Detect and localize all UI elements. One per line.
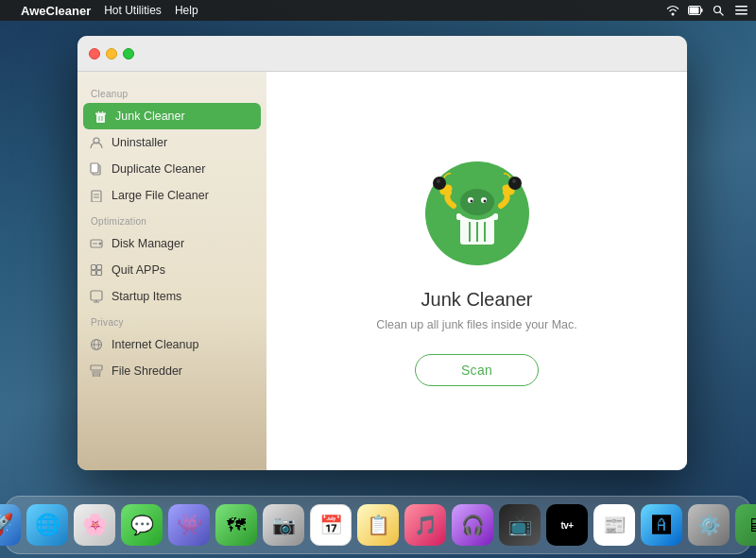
internet-cleanup-label: Internet Cleanup bbox=[112, 338, 198, 351]
menubar-app-name[interactable]: AweCleaner bbox=[21, 4, 91, 18]
menubar-right bbox=[665, 3, 748, 18]
battery-icon bbox=[688, 3, 703, 18]
svg-point-48 bbox=[433, 177, 446, 190]
dock-appletv[interactable]: tv+ bbox=[545, 503, 589, 547]
sidebar-item-disk-manager[interactable]: Disk Manager bbox=[77, 230, 266, 257]
sidebar-item-duplicate-cleaner[interactable]: Duplicate Cleaner bbox=[77, 156, 266, 182]
sidebar-item-startup-items[interactable]: Startup Items bbox=[77, 283, 266, 310]
svg-rect-27 bbox=[97, 271, 102, 276]
app-body: Cleanup Junk Cleaner bbox=[77, 72, 687, 470]
desktop: AweCleaner Hot Utilities Help bbox=[0, 0, 756, 558]
dock-music[interactable]: 🎵 bbox=[404, 503, 447, 547]
maximize-button[interactable] bbox=[123, 48, 134, 59]
dock-tool[interactable]: 🖥 bbox=[734, 503, 756, 547]
sidebar-item-junk-cleaner[interactable]: Junk Cleaner bbox=[83, 103, 261, 129]
dock-podcasts[interactable]: 🎧 bbox=[451, 503, 494, 547]
feature-desc: Clean up all junk files inside your Mac. bbox=[376, 318, 577, 331]
svg-rect-26 bbox=[92, 271, 96, 276]
junk-cleaner-illustration bbox=[421, 157, 534, 270]
svg-rect-34 bbox=[91, 365, 102, 370]
svg-line-35 bbox=[93, 371, 94, 377]
wifi-icon bbox=[665, 3, 680, 18]
dock-reminders[interactable]: 📋 bbox=[356, 503, 400, 547]
dock-maps[interactable]: 🗺 bbox=[215, 503, 258, 547]
title-bar bbox=[77, 36, 687, 72]
menu-icon[interactable] bbox=[733, 3, 748, 18]
disk-manager-label: Disk Manager bbox=[112, 237, 184, 250]
svg-rect-17 bbox=[91, 163, 98, 173]
sidebar-item-uninstaller[interactable]: Uninstaller bbox=[77, 129, 266, 156]
svg-rect-10 bbox=[95, 112, 106, 114]
large-file-cleaner-label: Large File Cleaner bbox=[112, 189, 209, 202]
svg-rect-3 bbox=[690, 8, 699, 14]
dock-appstore[interactable]: 🅰 bbox=[640, 503, 683, 547]
dock-messages[interactable]: 💬 bbox=[120, 503, 163, 547]
svg-rect-28 bbox=[91, 291, 102, 300]
close-button[interactable] bbox=[89, 48, 100, 59]
section-cleanup-label: Cleanup bbox=[77, 81, 266, 103]
menubar: AweCleaner Hot Utilities Help bbox=[0, 0, 756, 21]
sidebar-item-internet-cleanup[interactable]: Internet Cleanup bbox=[77, 331, 266, 358]
traffic-lights bbox=[89, 48, 134, 59]
dock-photos[interactable]: 🌸 bbox=[73, 503, 116, 547]
dock-safari[interactable]: 🌐 bbox=[26, 503, 69, 547]
file-shredder-label: File Shredder bbox=[112, 364, 182, 378]
disk-manager-icon bbox=[89, 236, 104, 251]
svg-point-51 bbox=[508, 177, 522, 190]
junk-cleaner-icon-area bbox=[421, 157, 534, 270]
svg-point-49 bbox=[437, 179, 440, 183]
svg-rect-25 bbox=[97, 265, 102, 270]
menubar-left: AweCleaner Hot Utilities Help bbox=[8, 4, 198, 18]
startup-items-icon bbox=[89, 289, 104, 304]
junk-cleaner-label: Junk Cleaner bbox=[115, 110, 185, 123]
svg-point-54 bbox=[460, 189, 494, 215]
menubar-hot-utilities[interactable]: Hot Utilities bbox=[104, 4, 162, 17]
svg-point-57 bbox=[470, 199, 472, 202]
file-shredder-icon bbox=[89, 364, 104, 379]
large-file-cleaner-icon bbox=[89, 188, 104, 203]
dock-camera[interactable]: 📷 bbox=[262, 503, 305, 547]
sidebar-item-file-shredder[interactable]: File Shredder bbox=[77, 358, 266, 384]
svg-point-52 bbox=[512, 179, 516, 183]
quit-apps-label: Quit APPs bbox=[112, 263, 165, 277]
svg-rect-7 bbox=[735, 9, 747, 11]
minimize-button[interactable] bbox=[106, 48, 117, 59]
svg-rect-24 bbox=[92, 265, 96, 270]
svg-line-5 bbox=[720, 12, 724, 16]
svg-point-0 bbox=[672, 13, 675, 16]
svg-point-22 bbox=[99, 243, 102, 245]
quit-apps-icon bbox=[89, 262, 104, 278]
svg-rect-9 bbox=[96, 114, 105, 123]
dock: 🚀 🌐 🌸 💬 👾 bbox=[5, 496, 751, 554]
dock-game[interactable]: 👾 bbox=[167, 503, 211, 547]
main-content: Junk Cleaner Clean up all junk files ins… bbox=[266, 72, 687, 470]
dock-sysprefs[interactable]: ⚙️ bbox=[687, 503, 730, 547]
svg-rect-8 bbox=[735, 13, 747, 15]
svg-rect-6 bbox=[735, 6, 747, 8]
section-optimization-label: Optimization bbox=[77, 209, 266, 230]
internet-cleanup-icon bbox=[89, 337, 104, 352]
app-window: Cleanup Junk Cleaner bbox=[77, 36, 687, 470]
uninstaller-icon bbox=[89, 135, 104, 150]
scan-button[interactable]: Scan bbox=[415, 354, 539, 386]
dock-news[interactable]: 📰 bbox=[593, 503, 636, 547]
dock-launchpad[interactable]: 🚀 bbox=[0, 503, 22, 547]
svg-rect-18 bbox=[92, 191, 101, 202]
duplicate-cleaner-label: Duplicate Cleaner bbox=[112, 162, 205, 176]
feature-title: Junk Cleaner bbox=[421, 289, 533, 311]
svg-rect-2 bbox=[701, 8, 703, 12]
section-privacy-label: Privacy bbox=[77, 310, 266, 331]
junk-cleaner-icon bbox=[93, 109, 108, 124]
dock-calendar[interactable]: 📅 bbox=[309, 503, 352, 547]
magnifier-icon[interactable] bbox=[711, 3, 726, 18]
duplicate-cleaner-icon bbox=[89, 161, 104, 177]
svg-line-39 bbox=[100, 371, 101, 377]
dock-tv[interactable]: 📺 bbox=[498, 503, 541, 547]
menubar-help[interactable]: Help bbox=[175, 4, 198, 17]
startup-items-label: Startup Items bbox=[112, 290, 181, 303]
uninstaller-label: Uninstaller bbox=[112, 136, 167, 149]
svg-point-58 bbox=[483, 199, 486, 202]
sidebar: Cleanup Junk Cleaner bbox=[77, 72, 266, 470]
sidebar-item-quit-apps[interactable]: Quit APPs bbox=[77, 257, 266, 283]
sidebar-item-large-file-cleaner[interactable]: Large File Cleaner bbox=[77, 182, 266, 209]
